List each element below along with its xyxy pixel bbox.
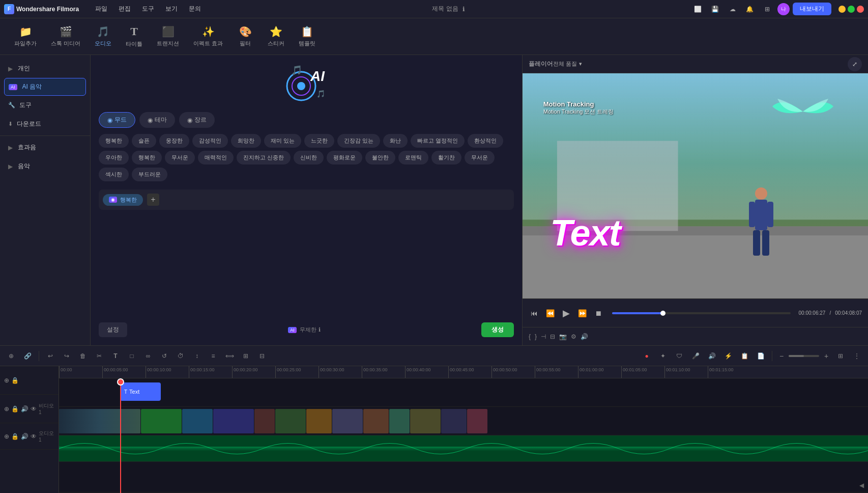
save-icon[interactable]: 💾 xyxy=(708,2,722,16)
lock-icon[interactable]: 🔒 xyxy=(11,377,19,384)
more-btn[interactable]: ⋮ xyxy=(850,349,864,363)
step-back-btn[interactable]: ⏪ xyxy=(544,307,557,319)
mark-in-icon[interactable]: ⊣ xyxy=(541,333,546,340)
mood-tag-16[interactable]: 신비한 xyxy=(294,151,324,165)
merge-btn[interactable]: ≡ xyxy=(206,349,220,363)
video-clip-5[interactable] xyxy=(275,409,306,433)
zoom-in-btn[interactable]: + xyxy=(821,351,831,361)
toolbar-transitions[interactable]: ⬛ 트랜지션 xyxy=(151,21,185,51)
record-btn[interactable]: ● xyxy=(640,349,654,363)
replace-btn[interactable]: ⟺ xyxy=(222,349,237,363)
speed-btn[interactable]: ⚡ xyxy=(721,349,735,363)
audio-eye-icon-2[interactable]: 👁 xyxy=(31,433,37,440)
sidebar-item-ai-music[interactable]: AI AI 음악 xyxy=(4,78,86,96)
group-btn[interactable]: ⊞ xyxy=(239,349,253,363)
loop-btn[interactable]: ∞ xyxy=(141,349,155,363)
sidebar-item-effects-sound[interactable]: ▶ 효과음 xyxy=(0,138,90,157)
screenshot-icon[interactable]: 📷 xyxy=(559,333,567,340)
redo-btn[interactable]: ↪ xyxy=(60,349,74,363)
close-button[interactable] xyxy=(857,6,864,13)
play-btn[interactable]: ▶ xyxy=(561,306,572,321)
audio-vol-icon[interactable]: 🔊 xyxy=(21,433,28,440)
filter-tab-theme[interactable]: ◉ 테마 xyxy=(139,112,175,128)
voice-btn[interactable]: 🔊 xyxy=(705,349,719,363)
toolbar-templates[interactable]: 📋 템플릿 xyxy=(293,21,322,51)
selected-tag-0[interactable]: ◉ 행복한 xyxy=(103,194,143,206)
toolbar-titles[interactable]: T 타이틀 xyxy=(120,21,149,52)
sidebar-item-music[interactable]: ▶ 음악 xyxy=(0,157,90,176)
mood-tag-20[interactable]: 활기찬 xyxy=(431,151,461,165)
avatar[interactable]: 나 xyxy=(777,3,790,15)
screen-icon[interactable]: ⬜ xyxy=(691,2,705,16)
copy-btn[interactable]: 📋 xyxy=(737,349,751,363)
video-clip-9[interactable] xyxy=(389,409,410,433)
add-track-btn[interactable]: ⊕ xyxy=(4,349,18,363)
mood-tag-18[interactable]: 불안한 xyxy=(365,151,395,165)
audio-lock-icon[interactable]: 🔒 xyxy=(11,433,19,440)
mood-tag-9[interactable]: 빠르고 열정적인 xyxy=(411,134,465,148)
filter-tab-genre[interactable]: ◉ 장르 xyxy=(179,112,215,128)
text-btn[interactable]: T xyxy=(108,349,123,363)
toolbar-stickers[interactable]: ⭐ 스티커 xyxy=(262,21,291,51)
audio-add-icon[interactable]: ⊕ xyxy=(4,433,9,440)
mood-tag-5[interactable]: 재미 있는 xyxy=(264,134,301,148)
menu-edit[interactable]: 편집 xyxy=(113,3,136,15)
video-clip-10[interactable] xyxy=(410,409,441,433)
sidebar-item-personal[interactable]: ▶ 개인 xyxy=(0,59,90,78)
video-clip-4[interactable] xyxy=(254,409,275,433)
video-clip-12[interactable] xyxy=(467,409,487,433)
video-clip-0[interactable] xyxy=(59,409,140,433)
preview-video[interactable]: Motion Tracking Motion Tracking 모션 트레링 T… xyxy=(523,73,868,298)
quality-select[interactable]: 전체 품질 ▾ xyxy=(553,60,582,68)
toolbar-filters[interactable]: 🎨 필터 xyxy=(231,21,259,51)
toolbar-file-add[interactable]: 📁 파일추가 xyxy=(8,21,43,51)
video-audio-icon[interactable]: 🔊 xyxy=(21,405,28,413)
toolbar-effects[interactable]: ✨ 이펙트 효과 xyxy=(187,21,229,51)
video-clip-3[interactable] xyxy=(213,409,254,433)
undo-btn[interactable]: ↩ xyxy=(43,349,57,363)
ai-effect-btn[interactable]: ✦ xyxy=(656,349,670,363)
mood-tag-12[interactable]: 행복한 xyxy=(132,151,162,165)
settings-icon[interactable]: ⚙ xyxy=(571,333,576,340)
toolbar-audio[interactable]: 🎵 오디오 xyxy=(89,21,118,51)
bracket-open-icon[interactable]: { xyxy=(529,333,531,340)
mood-tag-21[interactable]: 무서운 xyxy=(465,151,495,165)
bracket-close-icon[interactable]: } xyxy=(535,333,537,340)
export-button[interactable]: 내보내기 xyxy=(793,3,831,15)
mood-tag-6[interactable]: 느긋한 xyxy=(304,134,334,148)
settings-button[interactable]: 설정 xyxy=(99,322,127,337)
menu-file[interactable]: 파일 xyxy=(90,3,112,15)
mood-tag-13[interactable]: 무서운 xyxy=(165,151,195,165)
mood-tag-1[interactable]: 슬픈 xyxy=(132,134,156,148)
stop-btn[interactable]: ⏹ xyxy=(593,307,604,319)
mood-tag-3[interactable]: 감성적인 xyxy=(192,134,228,148)
fullscreen-icon[interactable]: ⤢ xyxy=(848,57,862,71)
rotate-btn[interactable]: ↺ xyxy=(157,349,171,363)
split-btn[interactable]: ↕ xyxy=(190,349,204,363)
mood-tag-11[interactable]: 우아한 xyxy=(99,151,129,165)
mood-tag-2[interactable]: 웅장한 xyxy=(159,134,189,148)
video-clip-2[interactable] xyxy=(182,409,213,433)
mood-tag-4[interactable]: 희망찬 xyxy=(231,134,261,148)
audio-mix-icon[interactable]: 🔊 xyxy=(581,333,588,340)
progress-bar[interactable] xyxy=(612,312,791,314)
delete-btn[interactable]: 🗑 xyxy=(76,349,90,363)
video-clip-6[interactable] xyxy=(306,409,332,433)
link-btn[interactable]: 🔗 xyxy=(20,349,35,363)
mood-tag-19[interactable]: 로맨틱 xyxy=(398,151,428,165)
playhead-handle[interactable] xyxy=(117,378,124,386)
rewind-btn[interactable]: ⏮ xyxy=(529,307,540,319)
cloud-icon[interactable]: ☁ xyxy=(726,2,740,16)
video-lock-icon[interactable]: 🔒 xyxy=(11,405,19,413)
sidebar-item-download[interactable]: ⬇ 다운로드 xyxy=(0,115,90,133)
playhead[interactable] xyxy=(120,378,121,493)
maximize-button[interactable] xyxy=(848,6,855,13)
crop-timeline-btn[interactable]: □ xyxy=(125,349,139,363)
grid-btn[interactable]: ⊞ xyxy=(833,349,848,363)
cut-btn[interactable]: ✂ xyxy=(92,349,106,363)
zoom-out-btn[interactable]: − xyxy=(776,351,787,361)
video-clip-1[interactable] xyxy=(141,409,182,433)
mood-tag-8[interactable]: 화난 xyxy=(383,134,408,148)
crop-icon[interactable]: ⊟ xyxy=(550,333,555,340)
notification-icon[interactable]: 🔔 xyxy=(743,2,757,16)
